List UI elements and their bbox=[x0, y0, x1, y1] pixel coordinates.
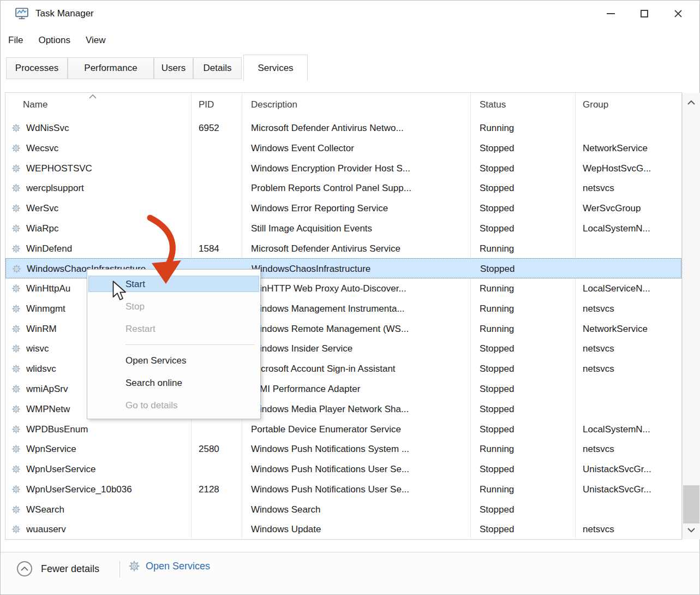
sort-ascending-icon bbox=[88, 94, 97, 99]
table-row[interactable]: WecsvcWindows Event CollectorStoppedNetw… bbox=[5, 138, 681, 158]
service-group: LocalSystemN... bbox=[583, 218, 682, 239]
service-gear-icon bbox=[11, 284, 21, 293]
service-gear-icon bbox=[11, 324, 21, 334]
service-description: Still Image Acquisition Events bbox=[251, 218, 466, 239]
fewer-details-button[interactable]: Fewer details bbox=[17, 561, 99, 576]
service-gear-icon bbox=[11, 344, 21, 353]
service-status: Running bbox=[480, 479, 572, 499]
service-gear-icon bbox=[11, 164, 21, 173]
service-name: WinDefend bbox=[26, 239, 190, 259]
tab-processes[interactable]: Processes bbox=[6, 57, 68, 79]
menubar-item-view[interactable]: View bbox=[86, 35, 106, 46]
scrollbar-thumb[interactable] bbox=[683, 485, 699, 523]
menubar-item-file[interactable]: File bbox=[8, 35, 23, 46]
service-group: WepHostSvcG... bbox=[583, 158, 682, 178]
service-name: wercplsupport bbox=[26, 178, 190, 198]
table-row[interactable]: wuauservWindows UpdateStoppednetsvcs bbox=[5, 519, 681, 539]
service-name: WpnUserService_10b036 bbox=[26, 479, 190, 499]
table-row[interactable]: WerSvcWindows Error Reporting ServiceSto… bbox=[5, 198, 681, 218]
table-header: Name PID Description Status Group bbox=[5, 93, 681, 118]
minimize-button[interactable] bbox=[594, 1, 627, 27]
services-gear-icon bbox=[128, 560, 140, 572]
table-row[interactable]: WPDBusEnumPortable Device Enumerator Ser… bbox=[5, 419, 681, 439]
maximize-icon bbox=[641, 10, 648, 17]
service-gear-icon bbox=[11, 525, 21, 534]
service-gear-icon bbox=[11, 465, 21, 474]
menubar-item-options[interactable]: Options bbox=[38, 35, 70, 46]
service-gear-icon bbox=[11, 505, 21, 514]
service-pid bbox=[199, 218, 242, 239]
table-row[interactable]: WpnService2580Windows Push Notifications… bbox=[5, 439, 681, 459]
table-row[interactable]: WSearchWindows SearchStopped bbox=[5, 499, 681, 520]
service-status: Running bbox=[480, 118, 572, 138]
service-description: Windows Search bbox=[251, 499, 466, 520]
service-gear-icon bbox=[11, 425, 21, 434]
task-manager-window: Task Manager FileOptionsView ProcessesPe… bbox=[0, 0, 700, 595]
context-menu-item-open-services[interactable]: Open Services bbox=[87, 349, 260, 372]
service-description: Windows Insider Service bbox=[251, 338, 466, 359]
maximize-button[interactable] bbox=[627, 1, 661, 27]
service-group: LocalServiceN... bbox=[583, 278, 682, 299]
service-status: Stopped bbox=[480, 399, 572, 419]
service-status: Stopped bbox=[480, 338, 572, 359]
context-menu-item-start[interactable]: Start bbox=[87, 273, 260, 295]
service-status: Stopped bbox=[480, 519, 572, 539]
table-row[interactable]: WpnUserService_10b0362128Windows Push No… bbox=[5, 479, 681, 499]
service-pid bbox=[199, 158, 242, 178]
task-manager-icon bbox=[15, 7, 29, 21]
close-button[interactable] bbox=[661, 1, 695, 27]
column-header-description[interactable]: Description bbox=[251, 99, 297, 110]
service-gear-icon bbox=[11, 123, 21, 133]
service-group: netsvcs bbox=[583, 439, 682, 459]
context-menu-item-label: Go to details bbox=[125, 400, 177, 410]
service-status: Stopped bbox=[480, 178, 572, 198]
tab-performance[interactable]: Performance bbox=[68, 57, 154, 79]
table-row[interactable]: WinDefend1584Microsoft Defender Antiviru… bbox=[5, 239, 681, 259]
open-services-label: Open Services bbox=[146, 561, 210, 572]
service-group: netsvcs bbox=[583, 359, 682, 379]
service-name: wuauserv bbox=[26, 519, 190, 539]
table-row[interactable]: wercplsupportProblem Reports Control Pan… bbox=[5, 178, 681, 198]
tab-services[interactable]: Services bbox=[243, 55, 308, 81]
column-header-name[interactable]: Name bbox=[23, 99, 47, 110]
service-status: Running bbox=[480, 299, 572, 319]
table-row[interactable]: WEPHOSTSVCWindows Encryption Provider Ho… bbox=[5, 158, 681, 178]
column-header-status[interactable]: Status bbox=[480, 99, 506, 110]
service-description: Microsoft Defender Antivirus Service bbox=[251, 239, 466, 259]
service-status: Stopped bbox=[480, 379, 572, 399]
open-services-link[interactable]: Open Services bbox=[128, 560, 210, 572]
context-menu-item-go-to-details: Go to details bbox=[87, 394, 260, 416]
service-status: Running bbox=[480, 319, 572, 339]
context-menu-separator bbox=[87, 340, 260, 349]
service-group: NetworkService bbox=[583, 319, 682, 339]
service-name: WpnService bbox=[26, 439, 190, 459]
service-status: Stopped bbox=[480, 359, 572, 379]
table-row[interactable]: WdNisSvc6952Microsoft Defender Antivirus… bbox=[5, 118, 681, 138]
service-status: Stopped bbox=[480, 198, 572, 218]
context-menu-item-label: Stop bbox=[125, 301, 145, 312]
vertical-scrollbar[interactable] bbox=[682, 93, 700, 539]
table-row[interactable]: WiaRpcStill Image Acquisition EventsStop… bbox=[5, 218, 681, 239]
service-description: WMI Performance Adapter bbox=[251, 379, 466, 399]
tab-details[interactable]: Details bbox=[193, 57, 242, 79]
column-header-pid[interactable]: PID bbox=[199, 99, 214, 110]
service-status: Running bbox=[480, 439, 572, 459]
service-group bbox=[583, 499, 682, 520]
service-description: WindowsChaosInfrastructure bbox=[252, 259, 467, 279]
context-menu-item-search-online[interactable]: Search online bbox=[87, 372, 260, 394]
service-pid bbox=[199, 198, 242, 218]
column-header-group[interactable]: Group bbox=[583, 99, 608, 110]
scroll-up-button[interactable] bbox=[683, 94, 700, 110]
service-group: netsvcs bbox=[583, 178, 682, 198]
service-group: NetworkService bbox=[583, 138, 682, 158]
service-group: LocalSystemN... bbox=[583, 419, 682, 439]
scroll-down-button[interactable] bbox=[683, 522, 700, 538]
service-status: Stopped bbox=[480, 138, 572, 158]
service-group: netsvcs bbox=[583, 519, 682, 539]
window-title: Task Manager bbox=[35, 8, 94, 19]
tab-users[interactable]: Users bbox=[154, 57, 193, 79]
table-row[interactable]: WpnUserServiceWindows Push Notifications… bbox=[5, 459, 681, 479]
service-name: WpnUserService bbox=[26, 459, 190, 479]
service-gear-icon bbox=[11, 304, 21, 313]
minimize-icon bbox=[607, 13, 615, 14]
